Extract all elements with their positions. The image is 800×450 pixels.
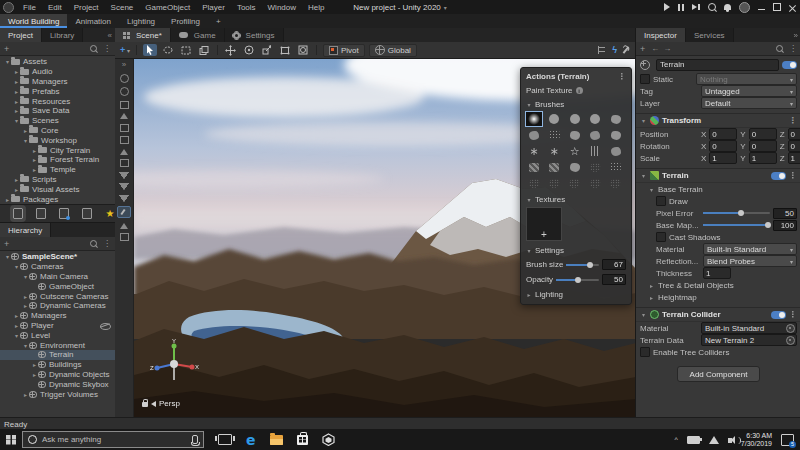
forward-icon[interactable]: → bbox=[663, 44, 671, 53]
move-tool[interactable] bbox=[224, 44, 238, 56]
object-picker-icon[interactable] bbox=[786, 324, 795, 333]
base-map-slider[interactable] bbox=[703, 224, 770, 226]
brush-spray[interactable] bbox=[587, 160, 603, 174]
stamp-terrain-icon[interactable] bbox=[119, 195, 129, 202]
terrain-collider-header[interactable]: Terrain Collider ⋮ bbox=[636, 307, 800, 322]
layout-tab-add[interactable]: + bbox=[208, 14, 229, 28]
inspector-menu-icon[interactable]: ⋮ bbox=[789, 44, 797, 53]
orientation-gizmo[interactable]: Y X Z bbox=[148, 338, 200, 390]
collider-material-field[interactable]: Built-in Standard bbox=[701, 322, 797, 334]
rotation-y-field[interactable]: 0 bbox=[749, 140, 777, 152]
expand-panel-icon[interactable]: » bbox=[794, 31, 798, 40]
brush-blob[interactable] bbox=[608, 128, 624, 142]
store-icon[interactable] bbox=[297, 435, 308, 445]
visibility-off-icon[interactable] bbox=[100, 323, 111, 330]
tree-item[interactable]: Cameras bbox=[0, 262, 115, 272]
tree-item[interactable]: Managers bbox=[0, 77, 115, 87]
maximize-button[interactable] bbox=[773, 3, 781, 11]
terrain-menu-icon[interactable]: ⋮ bbox=[789, 171, 797, 180]
lighting-section[interactable]: Lighting bbox=[535, 290, 563, 299]
static-checkbox[interactable] bbox=[640, 74, 650, 84]
back-icon[interactable]: ← bbox=[651, 44, 659, 53]
menu-player[interactable]: Player bbox=[197, 2, 230, 13]
raise-terrain-icon[interactable] bbox=[119, 172, 129, 179]
unity-taskbar-icon[interactable] bbox=[322, 433, 335, 446]
rotation-x-field[interactable]: 0 bbox=[709, 140, 737, 152]
tab-project[interactable]: Project bbox=[0, 28, 42, 42]
collapse-strip-icon[interactable]: » bbox=[122, 61, 126, 69]
tree-item-selected[interactable]: Terrain bbox=[0, 350, 115, 360]
brush-size-slider[interactable] bbox=[566, 264, 599, 266]
task-view-button[interactable] bbox=[218, 434, 232, 445]
add-asset-button[interactable]: + bbox=[4, 44, 9, 54]
tab-library[interactable]: Library bbox=[42, 28, 83, 42]
layout-tab-lighting[interactable]: Lighting bbox=[119, 14, 163, 28]
brush-circle[interactable] bbox=[587, 112, 603, 126]
scene-visibility-icon[interactable] bbox=[598, 46, 608, 54]
close-button[interactable] bbox=[789, 4, 796, 11]
wrench-icon[interactable] bbox=[621, 46, 630, 55]
cortana-search-box[interactable]: Ask me anything bbox=[22, 431, 204, 448]
pivot-button[interactable]: Pivot bbox=[323, 44, 365, 57]
brush-spray[interactable] bbox=[608, 176, 624, 190]
brush-texture[interactable] bbox=[526, 160, 542, 174]
brush-lines[interactable] bbox=[587, 144, 603, 158]
collapse-panel-icon[interactable]: « bbox=[108, 31, 112, 40]
tab-inspector[interactable]: Inspector bbox=[636, 28, 686, 42]
particles-icon[interactable] bbox=[120, 101, 129, 109]
duplicate-tool[interactable] bbox=[197, 44, 211, 56]
paint-texture-icon[interactable] bbox=[117, 206, 131, 218]
rect-tool[interactable] bbox=[278, 44, 292, 56]
tree-item[interactable]: Save Data bbox=[0, 106, 115, 116]
smooth-terrain-icon[interactable] bbox=[119, 183, 129, 190]
lasso-select-tool[interactable] bbox=[161, 44, 175, 56]
select-tool[interactable] bbox=[143, 44, 157, 56]
brush-ring[interactable] bbox=[608, 160, 624, 174]
inspector-search-icon[interactable] bbox=[776, 45, 783, 52]
pause-button[interactable] bbox=[678, 4, 684, 11]
terrain-enabled-toggle[interactable] bbox=[771, 172, 786, 180]
menu-project[interactable]: Project bbox=[69, 2, 104, 13]
inspector-add-icon[interactable]: + bbox=[640, 44, 645, 54]
world-icon[interactable] bbox=[120, 74, 129, 83]
tree-item[interactable]: Cutscene Cameras bbox=[0, 291, 115, 301]
brush-soft-round[interactable] bbox=[526, 112, 542, 126]
brushes-section[interactable]: Brushes bbox=[535, 100, 564, 109]
tree-item[interactable]: Dynamic Objects bbox=[0, 370, 115, 380]
search-icon[interactable] bbox=[708, 3, 716, 11]
hidden-icons-chevron[interactable]: ^ bbox=[675, 436, 678, 443]
add-gameobject-button[interactable]: + bbox=[4, 239, 9, 249]
tree-item[interactable]: Audio bbox=[0, 67, 115, 77]
active-toggle[interactable] bbox=[782, 61, 797, 69]
tab-settings[interactable]: Settings bbox=[225, 28, 284, 42]
tab-game[interactable]: Game bbox=[171, 28, 225, 42]
tree-item[interactable]: Player bbox=[0, 321, 115, 331]
audio-icon[interactable] bbox=[120, 124, 129, 132]
favorites-filter-icon[interactable] bbox=[13, 208, 23, 219]
brush-size-value[interactable]: 67 bbox=[602, 259, 626, 270]
brush-spray[interactable] bbox=[567, 176, 583, 190]
material-dropdown[interactable]: Built-in Standard bbox=[703, 243, 797, 255]
brush-circle[interactable] bbox=[567, 112, 583, 126]
scale-y-field[interactable]: 1 bbox=[749, 152, 777, 164]
position-y-field[interactable]: 0 bbox=[749, 128, 777, 140]
pixel-error-value[interactable]: 50 bbox=[773, 208, 797, 219]
add-component-button[interactable]: Add Component bbox=[677, 366, 761, 382]
scale-tool[interactable] bbox=[260, 44, 274, 56]
tree-item[interactable]: Level bbox=[0, 330, 115, 340]
collider-menu-icon[interactable]: ⋮ bbox=[789, 310, 797, 319]
magnifier-icon[interactable] bbox=[120, 87, 129, 96]
tree-item[interactable]: Buildings bbox=[0, 360, 115, 370]
brush-splat[interactable]: ∗ bbox=[526, 144, 542, 158]
tree-item[interactable]: Resources bbox=[0, 96, 115, 106]
battery-icon[interactable] bbox=[687, 436, 700, 444]
scene-viewport[interactable]: Actions (Terrain)⋮ Paint Texturei Brushe… bbox=[134, 59, 635, 418]
window-title[interactable]: New project - Unity 2020 bbox=[353, 3, 447, 12]
pixel-error-slider[interactable] bbox=[703, 212, 770, 214]
brush-texture[interactable] bbox=[546, 160, 562, 174]
menu-window[interactable]: Window bbox=[263, 2, 301, 13]
play-button[interactable] bbox=[664, 3, 670, 11]
transform-menu-icon[interactable]: ⋮ bbox=[789, 116, 797, 125]
brush-circle[interactable] bbox=[546, 112, 562, 126]
brush-spray[interactable] bbox=[526, 176, 542, 190]
